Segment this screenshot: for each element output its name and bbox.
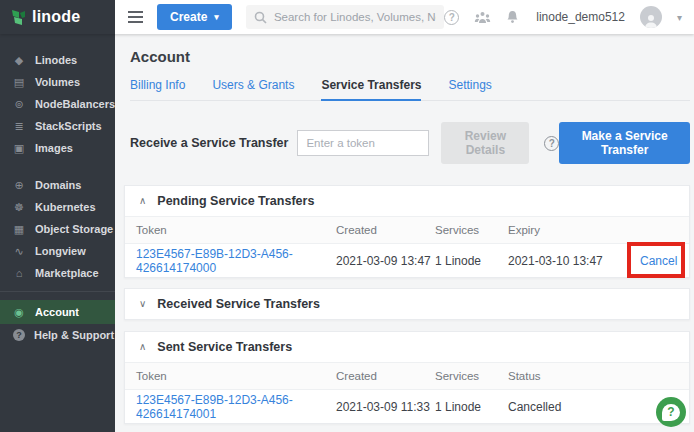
sidebar-item-stackscripts[interactable]: ≣ StackScripts: [0, 115, 115, 137]
receive-help-icon[interactable]: ?: [544, 136, 559, 151]
sent-created: 2021-03-09 11:33: [336, 400, 435, 414]
volumes-icon: ▤: [12, 76, 26, 89]
tab-settings[interactable]: Settings: [448, 78, 491, 101]
review-details-button[interactable]: Review Details: [441, 122, 529, 164]
longview-icon: ∿: [12, 245, 26, 258]
global-search[interactable]: [246, 5, 444, 29]
object-storage-icon: ▦: [12, 223, 26, 236]
receive-transfer-label: Receive a Service Transfer: [130, 136, 288, 150]
sidebar-item-object-storage[interactable]: ▦ Object Storage: [0, 218, 115, 240]
sent-token-link[interactable]: 123E4567-E89B-12D3-A456-426614174001: [136, 393, 293, 421]
sidebar-item-kubernetes[interactable]: ☸ Kubernetes: [0, 196, 115, 218]
domains-icon: ⊕: [12, 179, 26, 192]
top-bar: linode Create ▾ ?: [0, 0, 694, 34]
sidebar-item-longview[interactable]: ∿ Longview: [0, 240, 115, 262]
pending-expiry: 2021-03-10 13:47: [508, 254, 640, 268]
avatar[interactable]: [640, 6, 662, 28]
sent-transfers-card: ∧ Sent Service Transfers Token Created S…: [124, 331, 690, 424]
pending-token-link[interactable]: 123E4567-E89B-12D3-A456-426614174000: [136, 247, 293, 275]
sent-table-header: Token Created Services Status: [125, 362, 689, 389]
logo-text: linode: [32, 8, 80, 26]
help-icon[interactable]: ?: [444, 10, 459, 25]
make-service-transfer-button[interactable]: Make a Service Transfer: [559, 122, 690, 164]
sidebar-item-linodes[interactable]: ◆ Linodes: [0, 49, 115, 71]
stackscripts-icon: ≣: [12, 120, 26, 133]
sidebar-item-volumes[interactable]: ▤ Volumes: [0, 71, 115, 93]
sidebar-divider: [0, 291, 115, 292]
receive-transfer-row: Receive a Service Transfer Review Detail…: [130, 122, 690, 164]
marketplace-icon: ⌂: [12, 267, 26, 279]
support-chat-button[interactable]: ?: [656, 397, 686, 427]
linode-logo[interactable]: linode: [0, 0, 115, 34]
collapse-chevron-icon: ∧: [139, 196, 146, 206]
expand-chevron-icon: ∨: [139, 299, 146, 309]
pending-created: 2021-03-09 13:47: [336, 254, 435, 268]
search-input[interactable]: [274, 11, 436, 23]
page-title: Account: [130, 48, 690, 65]
nodebalancers-icon: ⊚: [12, 98, 26, 111]
tab-service-transfers[interactable]: Service Transfers: [321, 78, 421, 101]
received-transfers-card: ∨ Received Service Transfers: [124, 288, 690, 320]
kubernetes-icon: ☸: [12, 201, 26, 214]
cancel-transfer-link[interactable]: Cancel: [640, 254, 677, 268]
pending-services: 1 Linode: [435, 254, 508, 268]
sent-transfers-header[interactable]: ∧ Sent Service Transfers: [125, 332, 689, 362]
linodes-icon: ◆: [12, 54, 26, 67]
sent-table-row: 123E4567-E89B-12D3-A456-426614174001 202…: [125, 389, 689, 423]
received-transfers-header[interactable]: ∨ Received Service Transfers: [125, 289, 689, 319]
hamburger-menu-icon[interactable]: [128, 11, 143, 23]
linode-logo-icon: [11, 9, 26, 26]
help-support-icon: ?: [13, 329, 25, 341]
sidebar-item-images[interactable]: ▣ Images: [0, 137, 115, 159]
pending-transfers-header[interactable]: ∧ Pending Service Transfers: [125, 186, 689, 216]
create-button[interactable]: Create ▾: [157, 4, 232, 30]
token-input[interactable]: [297, 130, 429, 156]
account-tabs: Billing Info Users & Grants Service Tran…: [130, 78, 690, 101]
community-icon[interactable]: [474, 11, 491, 24]
notifications-bell-icon[interactable]: [506, 10, 519, 24]
sidebar-item-domains[interactable]: ⊕ Domains: [0, 174, 115, 196]
search-icon: [254, 11, 267, 24]
sent-services: 1 Linode: [435, 400, 508, 414]
sent-status: Cancelled: [508, 400, 677, 414]
sidebar-item-marketplace[interactable]: ⌂ Marketplace: [0, 262, 115, 284]
tab-users-grants[interactable]: Users & Grants: [212, 78, 294, 101]
images-icon: ▣: [12, 142, 26, 155]
sidebar-item-help-support[interactable]: ? Help & Support: [0, 324, 115, 346]
chat-help-icon: ?: [662, 404, 680, 421]
collapse-chevron-icon: ∧: [139, 342, 146, 352]
sidebar-item-account[interactable]: ◉ Account: [0, 300, 115, 324]
main-content: Account Billing Info Users & Grants Serv…: [115, 34, 694, 432]
account-menu-chevron-icon[interactable]: ▾: [677, 12, 682, 23]
account-icon: ◉: [12, 306, 26, 319]
username[interactable]: linode_demo512: [536, 10, 625, 24]
pending-transfers-card: ∧ Pending Service Transfers Token Create…: [124, 185, 690, 278]
tab-billing-info[interactable]: Billing Info: [130, 78, 185, 101]
pending-table-header: Token Created Services Expiry: [125, 216, 689, 243]
sidebar: ◆ Linodes ▤ Volumes ⊚ NodeBalancers ≣ St…: [0, 34, 115, 432]
sidebar-item-nodebalancers[interactable]: ⊚ NodeBalancers: [0, 93, 115, 115]
chevron-down-icon: ▾: [214, 12, 219, 22]
pending-table-row: 123E4567-E89B-12D3-A456-426614174000 202…: [125, 243, 689, 277]
